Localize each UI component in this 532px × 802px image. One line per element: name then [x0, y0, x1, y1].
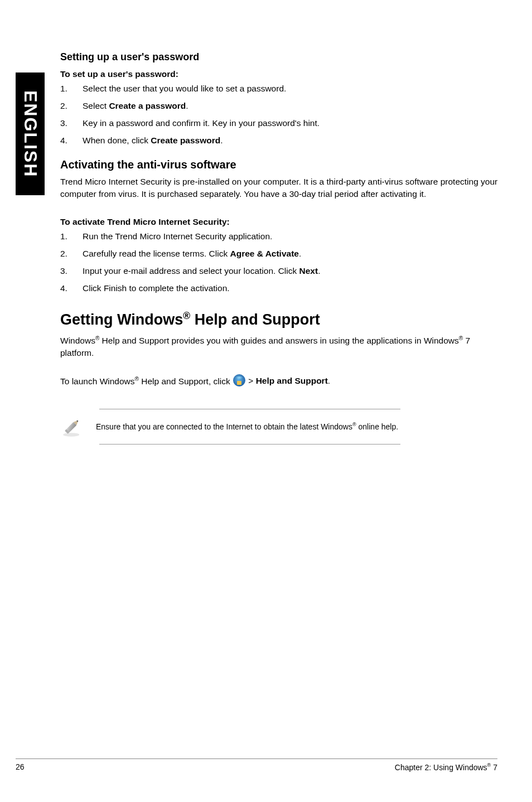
svg-point-0 [63, 433, 79, 437]
page-footer: 26 Chapter 2: Using Windows® 7 [16, 758, 497, 772]
launch-pre: To launch Windows® Help and Support, cli… [60, 376, 233, 386]
step-text: Carefully read the license terms. Click … [83, 248, 301, 260]
section1-subheading: To set up a user's password: [60, 68, 501, 80]
content-area: Setting up a user's password To set up a… [60, 50, 501, 445]
step-number: 4. [60, 282, 83, 294]
note-text: Ensure that you are connected to the Int… [96, 421, 398, 433]
section1-steps: 1.Select the user that you would like to… [60, 83, 501, 147]
step-number: 3. [60, 265, 83, 277]
note-box: Ensure that you are connected to the Int… [99, 409, 400, 445]
section2-heading: Activating the anti-virus software [60, 157, 501, 172]
section2-steps: 1.Run the Trend Micro Internet Security … [60, 230, 501, 294]
list-item: 4.When done, click Create password. [60, 134, 501, 147]
step-number: 2. [60, 248, 83, 260]
section3-heading: Getting Windows® Help and Support [60, 309, 501, 330]
step-text: Click Finish to complete the activation. [83, 282, 230, 294]
start-orb-icon [233, 374, 245, 386]
step-text: Key in a password and confirm it. Key in… [83, 117, 320, 129]
step-number: 1. [60, 230, 83, 243]
launch-instruction: To launch Windows® Help and Support, cli… [60, 375, 501, 388]
page-root: ENGLISH Setting up a user's password To … [0, 0, 532, 802]
section3-paragraph: Windows® Help and Support provides you w… [60, 335, 501, 359]
section2-paragraph: Trend Micro Internet Security is pre-ins… [60, 176, 501, 200]
step-text: Select the user that you would like to s… [83, 83, 286, 95]
step-text: Select Create a password. [83, 100, 188, 112]
pencil-icon [60, 415, 84, 438]
page-number: 26 [16, 762, 25, 772]
list-item: 2.Select Create a password. [60, 100, 501, 112]
list-item: 2.Carefully read the license terms. Clic… [60, 248, 501, 260]
list-item: 4.Click Finish to complete the activatio… [60, 282, 501, 294]
step-text: Run the Trend Micro Internet Security ap… [83, 230, 272, 243]
section1-heading: Setting up a user's password [60, 50, 501, 65]
step-number: 2. [60, 100, 83, 112]
launch-post: > Help and Support. [246, 376, 330, 386]
list-item: 1.Run the Trend Micro Internet Security … [60, 230, 501, 243]
list-item: 1.Select the user that you would like to… [60, 83, 501, 95]
step-text: When done, click Create password. [83, 134, 223, 147]
list-item: 3.Key in a password and confirm it. Key … [60, 117, 501, 129]
chapter-label: Chapter 2: Using Windows® 7 [395, 762, 497, 772]
step-number: 1. [60, 83, 83, 95]
section2-subheading: To activate Trend Micro Internet Securit… [60, 216, 501, 228]
list-item: 3.Input your e-mail address and select y… [60, 265, 501, 277]
language-tab: ENGLISH [16, 73, 45, 195]
note-wrapper: Ensure that you are connected to the Int… [99, 393, 501, 445]
step-text: Input your e-mail address and select you… [83, 265, 320, 277]
language-label: ENGLISH [20, 90, 41, 177]
step-number: 3. [60, 117, 83, 129]
step-number: 4. [60, 134, 83, 147]
